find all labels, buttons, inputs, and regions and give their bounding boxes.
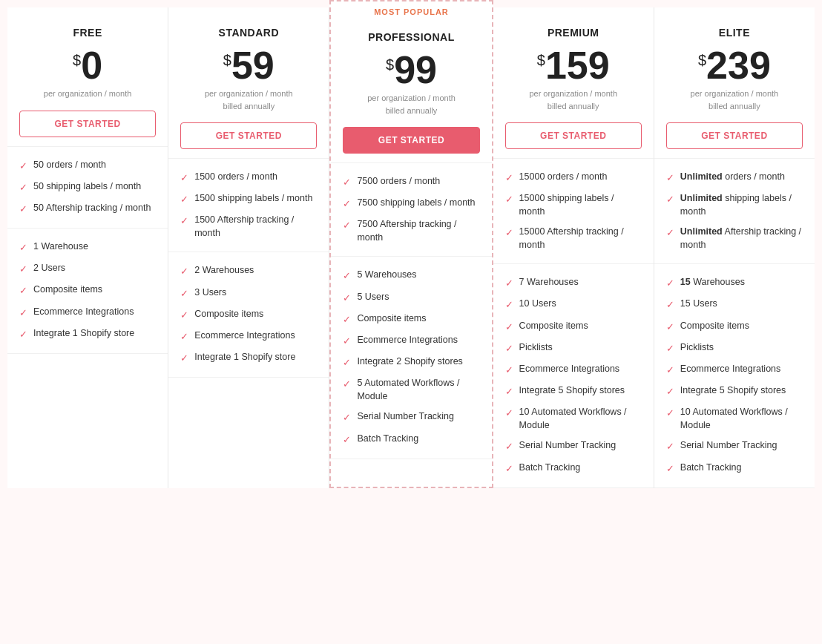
check-icon: ✓ xyxy=(343,411,351,424)
price-dollar-premium: $ xyxy=(537,52,545,69)
feature-text: Unlimited shipping labels / month xyxy=(680,192,803,218)
plan-header-professional: PROFESSIONAL $ 99 per organization / mon… xyxy=(331,19,491,163)
plan-header-standard: STANDARD $ 59 per organization / monthbi… xyxy=(168,15,329,159)
usage-feature: ✓ 1500 orders / month xyxy=(180,171,317,185)
feature-text: Ecommerce Integrations xyxy=(519,363,619,376)
usage-feature: ✓ Unlimited orders / month xyxy=(666,171,803,185)
check-icon: ✓ xyxy=(505,321,513,334)
plan-name-standard: STANDARD xyxy=(180,27,317,39)
plan-feature: ✓ Batch Tracking xyxy=(666,461,803,476)
feature-text: 1 Warehouse xyxy=(33,240,88,254)
check-icon: ✓ xyxy=(666,342,674,355)
feature-text: Ecommerce Integrations xyxy=(357,334,457,347)
price-amount-premium: 159 xyxy=(545,46,610,85)
check-icon: ✓ xyxy=(666,277,674,290)
price-amount-standard: 59 xyxy=(231,46,274,85)
feature-text: 7 Warehouses xyxy=(519,276,579,289)
plan-feature: ✓ 15 Warehouses xyxy=(666,276,803,290)
plan-feature: ✓ Picklists xyxy=(505,341,642,355)
plan-feature: ✓ Ecommerce Integrations xyxy=(505,363,642,377)
feature-text: Ecommerce Integrations xyxy=(33,306,134,319)
feature-text: Composite items xyxy=(680,320,749,333)
check-icon: ✓ xyxy=(19,241,27,254)
usage-feature: ✓ 7500 Aftership tracking / month xyxy=(343,218,479,244)
feature-text: Batch Tracking xyxy=(357,433,418,446)
feature-text: 5 Automated Workflows / Module xyxy=(357,377,479,403)
check-icon: ✓ xyxy=(180,265,188,278)
plan-feature: ✓ Composite items xyxy=(505,320,642,334)
check-icon: ✓ xyxy=(666,385,674,398)
plan-features-standard: ✓ 2 Warehouses ✓ 3 Users ✓ Composite ite… xyxy=(168,252,329,378)
plan-feature: ✓ Ecommerce Integrations xyxy=(19,306,156,320)
usage-feature: ✓ 50 orders / month xyxy=(19,159,156,173)
feature-text: 15000 shipping labels / month xyxy=(519,192,642,218)
plan-name-free: FREE xyxy=(19,27,156,39)
feature-text: 1500 Aftership tracking / month xyxy=(194,214,317,240)
price-sub-standard: per organization / monthbilled annually xyxy=(180,88,317,112)
usage-features-professional: ✓ 7500 orders / month ✓ 7500 shipping la… xyxy=(331,163,491,257)
feature-text: Unlimited Aftership tracking / month xyxy=(680,226,803,252)
feature-text: 5 Users xyxy=(357,291,389,304)
plan-feature: ✓ 10 Users xyxy=(505,298,642,312)
plan-name-professional: PROFESSIONAL xyxy=(343,31,479,43)
feature-text: Batch Tracking xyxy=(519,461,581,475)
plan-col-free: FREE $ 0 per organization / month GET ST… xyxy=(7,7,168,488)
get-started-btn-premium[interactable]: GET STARTED xyxy=(505,122,642,149)
check-icon: ✓ xyxy=(19,203,27,216)
price-sub-free: per organization / month xyxy=(19,88,156,100)
get-started-btn-free[interactable]: GET STARTED xyxy=(19,111,156,137)
plan-feature: ✓ 3 Users xyxy=(180,286,317,300)
usage-feature: ✓ 15000 shipping labels / month xyxy=(505,192,642,218)
price-sub-premium: per organization / monthbilled annually xyxy=(505,88,642,112)
get-started-btn-standard[interactable]: GET STARTED xyxy=(180,122,317,149)
plan-header-premium: PREMIUM $ 159 per organization / monthbi… xyxy=(493,15,654,159)
price-dollar-elite: $ xyxy=(698,52,706,69)
check-icon: ✓ xyxy=(180,352,188,365)
feature-text: Integrate 5 Shopify stores xyxy=(680,384,786,398)
price-sub-elite: per organization / monthbilled annually xyxy=(666,88,803,112)
price-amount-elite: 239 xyxy=(706,46,771,85)
plan-feature: ✓ Ecommerce Integrations xyxy=(343,334,479,348)
plan-feature: ✓ Serial Number Tracking xyxy=(505,439,642,453)
plan-feature: ✓ Composite items xyxy=(180,308,317,322)
plan-price-elite: $ 239 xyxy=(666,46,803,85)
usage-feature: ✓ 7500 orders / month xyxy=(343,175,479,189)
plan-feature: ✓ 5 Automated Workflows / Module xyxy=(343,377,479,403)
feature-text: 50 orders / month xyxy=(33,159,106,172)
feature-text: Composite items xyxy=(519,320,588,333)
check-icon: ✓ xyxy=(505,364,513,377)
usage-feature: ✓ 50 shipping labels / month xyxy=(19,180,156,194)
get-started-btn-elite[interactable]: GET STARTED xyxy=(666,122,803,149)
plan-feature: ✓ Batch Tracking xyxy=(505,461,642,476)
check-icon: ✓ xyxy=(666,462,674,476)
plan-col-standard: STANDARD $ 59 per organization / monthbi… xyxy=(168,7,329,488)
usage-features-standard: ✓ 1500 orders / month ✓ 1500 shipping la… xyxy=(168,159,329,252)
get-started-btn-professional[interactable]: GET STARTED xyxy=(343,127,479,154)
feature-text: 15000 orders / month xyxy=(519,171,608,184)
plan-feature: ✓ 5 Warehouses xyxy=(343,269,479,283)
check-icon: ✓ xyxy=(666,193,674,206)
plan-price-standard: $ 59 xyxy=(180,46,317,85)
feature-text: 5 Warehouses xyxy=(357,269,416,282)
usage-feature: ✓ 50 Aftership tracking / month xyxy=(19,202,156,216)
feature-text: Ecommerce Integrations xyxy=(680,363,780,376)
feature-text: Unlimited orders / month xyxy=(680,171,785,184)
check-icon: ✓ xyxy=(666,407,674,420)
price-amount-professional: 99 xyxy=(394,50,437,89)
price-dollar-standard: $ xyxy=(223,52,231,69)
plan-price-professional: $ 99 xyxy=(343,50,479,89)
price-sub-professional: per organization / monthbilled annually xyxy=(343,92,479,116)
plan-features-free: ✓ 1 Warehouse ✓ 2 Users ✓ Composite item… xyxy=(7,229,168,354)
plan-name-elite: ELITE xyxy=(666,27,803,39)
check-icon: ✓ xyxy=(343,176,351,189)
plan-feature: ✓ Integrate 1 Shopify store xyxy=(19,327,156,341)
check-icon: ✓ xyxy=(666,364,674,377)
usage-feature: ✓ 7500 shipping labels / month xyxy=(343,197,479,211)
check-icon: ✓ xyxy=(666,440,674,453)
plan-feature: ✓ 10 Automated Workflows / Module xyxy=(505,406,642,432)
plan-col-premium: PREMIUM $ 159 per organization / monthbi… xyxy=(493,7,654,488)
plan-feature: ✓ 2 Users xyxy=(19,262,156,276)
check-icon: ✓ xyxy=(343,335,351,348)
check-icon: ✓ xyxy=(666,226,674,240)
check-icon: ✓ xyxy=(180,214,188,228)
